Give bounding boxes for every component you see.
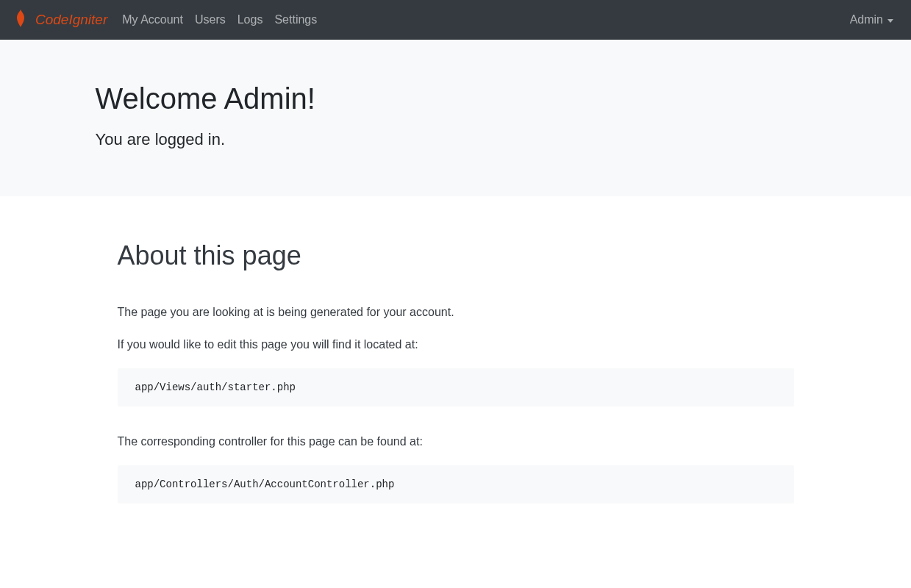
nav-settings[interactable]: Settings (274, 10, 317, 29)
hero-subtitle: You are logged in. (96, 130, 816, 149)
nav-logs[interactable]: Logs (237, 10, 263, 29)
about-paragraph-2: If you would like to edit this page you … (118, 336, 794, 354)
user-menu-label: Admin (850, 13, 883, 26)
nav-users[interactable]: Users (195, 10, 226, 29)
brand-link[interactable]: CodeIgniter (12, 8, 107, 32)
code-block-view-path: app/Views/auth/starter.php (118, 368, 794, 406)
brand-text: CodeIgniter (35, 12, 107, 28)
about-heading: About this page (118, 240, 794, 271)
content-section: About this page The page you are looking… (0, 196, 911, 588)
about-paragraph-1: The page you are looking at is being gen… (118, 304, 794, 321)
navbar: CodeIgniter My Account Users Logs Settin… (0, 0, 911, 40)
nav-links: My Account Users Logs Settings (122, 10, 849, 29)
hero-title: Welcome Admin! (96, 82, 816, 115)
nav-my-account[interactable]: My Account (122, 10, 183, 29)
about-paragraph-3: The corresponding controller for this pa… (118, 433, 794, 451)
hero-section: Welcome Admin! You are logged in. (0, 40, 911, 196)
code-block-controller-path: app/Controllers/Auth/AccountController.p… (118, 465, 794, 503)
flame-icon (12, 8, 29, 32)
chevron-down-icon (887, 19, 893, 23)
user-menu-dropdown[interactable]: Admin (850, 13, 899, 26)
